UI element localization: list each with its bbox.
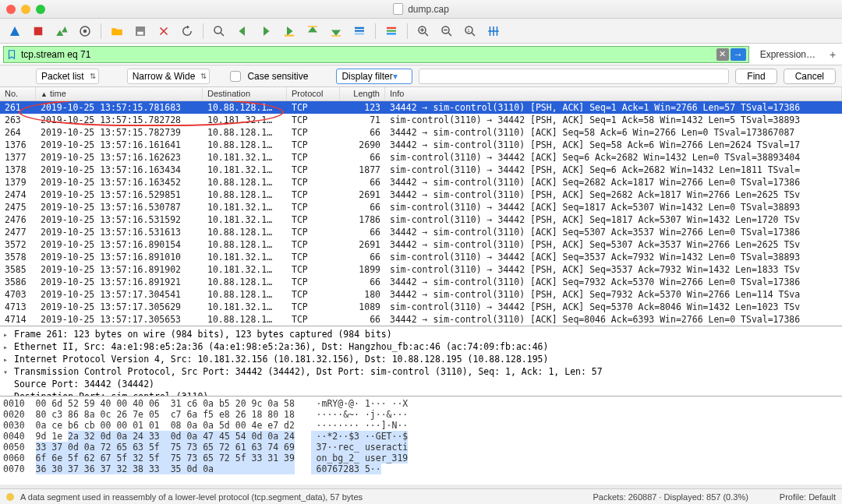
capture-restart-icon[interactable] xyxy=(51,22,72,41)
capture-options-icon[interactable] xyxy=(75,22,95,41)
window-controls xyxy=(6,5,45,14)
packet-row[interactable]: 24742019-10-25 13:57:16.52985110.88.128.… xyxy=(0,189,842,201)
title-text: dump.cap xyxy=(408,4,449,15)
zoom-out-icon[interactable] xyxy=(437,22,457,41)
detail-row[interactable]: ▸Internet Protocol Version 4, Src: 10.18… xyxy=(3,353,839,365)
auto-scroll-icon[interactable] xyxy=(349,22,370,41)
packet-row[interactable]: 47032019-10-25 13:57:17.30454110.88.128.… xyxy=(0,288,842,301)
expression-button[interactable]: Expression… xyxy=(752,49,823,60)
packet-rows[interactable]: 2612019-10-25 13:57:15.78168310.88.128.1… xyxy=(0,101,842,326)
close-window[interactable] xyxy=(6,5,16,14)
detail-row[interactable]: ▸Frame 261: 123 bytes on wire (984 bits)… xyxy=(3,328,839,340)
col-no[interactable]: No. xyxy=(0,87,36,100)
packet-details[interactable]: ▸Frame 261: 123 bytes on wire (984 bits)… xyxy=(0,326,842,396)
packet-row[interactable]: 35852019-10-25 13:57:16.89190210.181.32.… xyxy=(0,263,842,276)
packet-list: No. ▲ time Destination Protocol Length I… xyxy=(0,87,842,326)
svg-rect-11 xyxy=(355,30,364,31)
minimize-window[interactable] xyxy=(21,5,30,14)
svg-line-6 xyxy=(221,33,224,36)
display-filter-input[interactable] xyxy=(3,46,749,63)
svg-point-2 xyxy=(83,29,87,33)
titlebar: dump.cap xyxy=(0,0,842,19)
svg-rect-13 xyxy=(387,26,396,28)
go-first-icon[interactable] xyxy=(302,22,323,41)
col-length[interactable]: Length xyxy=(340,87,385,100)
charset-dropdown[interactable]: Narrow & Wide xyxy=(127,69,210,84)
svg-line-24 xyxy=(472,33,475,36)
go-back-icon[interactable] xyxy=(232,22,253,41)
close-file-icon[interactable] xyxy=(154,22,174,41)
find-packet-icon[interactable] xyxy=(209,22,229,41)
svg-rect-7 xyxy=(285,34,294,36)
search-type-dropdown[interactable]: Display filter xyxy=(336,69,412,84)
packet-row[interactable]: 2642019-10-25 13:57:15.78273910.88.128.1… xyxy=(0,126,842,139)
status-left: A data segment used in reassembly of a l… xyxy=(20,492,363,502)
svg-rect-10 xyxy=(355,26,364,28)
col-time[interactable]: ▲ time xyxy=(36,87,203,100)
packet-row[interactable]: 47142019-10-25 13:57:17.30565310.88.128.… xyxy=(0,313,842,326)
svg-line-17 xyxy=(425,33,428,36)
packet-row[interactable]: 13762019-10-25 13:57:16.16164110.88.128.… xyxy=(0,139,842,151)
go-forward-icon[interactable] xyxy=(256,22,276,41)
packet-row[interactable]: 35862019-10-25 13:57:16.89192110.88.128.… xyxy=(0,276,842,288)
packet-row[interactable]: 24762019-10-25 13:57:16.53159210.181.32.… xyxy=(0,213,842,226)
go-to-packet-icon[interactable] xyxy=(279,22,299,41)
find-button[interactable]: Find xyxy=(735,69,777,84)
packet-row[interactable]: 13772019-10-25 13:57:16.16262310.181.32.… xyxy=(0,151,842,164)
capture-start-icon[interactable] xyxy=(5,22,25,41)
go-last-icon[interactable] xyxy=(326,22,346,41)
search-in-dropdown[interactable]: Packet list xyxy=(36,69,99,84)
status-profile[interactable]: Profile: Default xyxy=(780,492,836,502)
statusbar: A data segment used in reassembly of a l… xyxy=(0,488,842,504)
case-sensitive-checkbox[interactable] xyxy=(230,71,241,82)
capture-stop-icon[interactable] xyxy=(28,22,48,41)
zoom-reset-icon[interactable]: 1 xyxy=(460,22,480,41)
save-file-icon[interactable] xyxy=(130,22,150,41)
clear-filter-icon[interactable]: ✕ xyxy=(716,48,729,61)
zoom-in-icon[interactable] xyxy=(413,22,433,41)
open-file-icon[interactable] xyxy=(107,22,127,41)
add-filter-button[interactable]: + xyxy=(823,48,842,61)
col-destination[interactable]: Destination xyxy=(203,87,287,100)
packet-row[interactable]: 24772019-10-25 13:57:16.53161310.88.128.… xyxy=(0,226,842,238)
svg-rect-12 xyxy=(355,33,364,34)
resize-columns-icon[interactable] xyxy=(483,22,504,41)
svg-rect-9 xyxy=(331,35,341,37)
reload-icon[interactable] xyxy=(177,22,197,41)
detail-row[interactable]: ▾Transmission Control Protocol, Src Port… xyxy=(3,365,839,378)
detail-row[interactable]: Source Port: 34442 (34442) xyxy=(3,378,839,390)
packet-bytes[interactable]: 0010 00 6d 52 59 40 00 40 06 31 c6 0a b5… xyxy=(0,396,842,485)
search-input[interactable] xyxy=(419,69,730,84)
col-protocol[interactable]: Protocol xyxy=(287,87,340,100)
display-filter-bar: ✕ → Expression… + xyxy=(0,44,842,65)
colorize-icon[interactable] xyxy=(381,22,402,41)
bookmark-icon[interactable] xyxy=(6,49,17,60)
packet-list-header[interactable]: No. ▲ time Destination Protocol Length I… xyxy=(0,87,842,101)
find-toolbar: Packet list Narrow & Wide Case sensitive… xyxy=(0,65,842,87)
col-info[interactable]: Info xyxy=(385,87,842,100)
detail-row[interactable]: ▸Ethernet II, Src: 4a:e1:98:e5:2a:36 (4a… xyxy=(3,340,839,353)
svg-rect-0 xyxy=(34,26,43,35)
packet-row[interactable]: 35722019-10-25 13:57:16.89015410.88.128.… xyxy=(0,238,842,251)
packet-row[interactable]: 2612019-10-25 13:57:15.78168310.88.128.1… xyxy=(0,101,842,114)
packet-row[interactable]: 35782019-10-25 13:57:16.89101010.181.32.… xyxy=(0,251,842,263)
case-sensitive-label: Case sensitive xyxy=(247,71,308,82)
packet-row[interactable]: 13792019-10-25 13:57:16.16345210.88.128.… xyxy=(0,176,842,189)
expert-info-icon[interactable] xyxy=(6,493,14,501)
document-icon xyxy=(393,3,403,15)
svg-point-5 xyxy=(214,26,221,33)
packet-row[interactable]: 47132019-10-25 13:57:17.30562910.181.32.… xyxy=(0,301,842,313)
packet-row[interactable]: 24752019-10-25 13:57:16.53078710.181.32.… xyxy=(0,201,842,213)
zoom-window[interactable] xyxy=(36,5,45,14)
svg-rect-14 xyxy=(387,30,396,31)
detail-row[interactable]: Destination Port: sim-control (3110) xyxy=(3,390,839,396)
cancel-button[interactable]: Cancel xyxy=(784,69,836,84)
window-title: dump.cap xyxy=(393,3,449,15)
packet-row[interactable]: 2632019-10-25 13:57:15.78272810.181.32.1… xyxy=(0,114,842,126)
packet-row[interactable]: 13782019-10-25 13:57:16.16343410.181.32.… xyxy=(0,164,842,176)
apply-filter-icon[interactable]: → xyxy=(731,48,746,61)
svg-rect-15 xyxy=(387,33,396,34)
status-packets: Packets: 260887 · Displayed: 857 (0.3%) xyxy=(593,492,748,502)
svg-text:1: 1 xyxy=(467,27,470,32)
main-toolbar: 1 xyxy=(0,19,842,44)
